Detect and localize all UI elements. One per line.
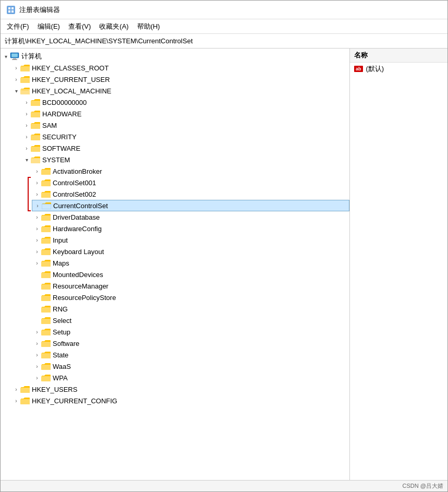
tree-row-hkcu[interactable]: › HKEY_CURRENT_USER [11,74,349,85]
expand-controlset002[interactable]: › [33,190,41,198]
folder-icon-resource-policy-store [41,294,51,301]
svg-rect-12 [31,101,40,106]
tree-row-wpa[interactable]: › WPA [32,372,349,383]
menu-file[interactable]: 文件(F) [3,21,33,32]
expand-hkcu[interactable]: › [12,75,20,83]
folder-icon-waas [41,363,51,370]
svg-rect-11 [20,89,30,94]
expand-driver-database[interactable]: › [33,213,41,221]
registry-editor-window: 注册表编辑器 文件(F) 编辑(E) 查看(V) 收藏夹(A) 帮助(H) 计算… [0,0,448,492]
breadcrumb: 计算机\HKEY_LOCAL_MACHINE\SYSTEM\CurrentCon… [1,34,447,49]
tree-row-system[interactable]: ▾ SYSTEM [21,154,349,165]
sam-label: SAM [42,122,57,129]
expand-bcd[interactable]: › [22,98,31,106]
folder-icon-software2 [41,340,51,347]
expand-hku[interactable]: › [12,385,20,393]
tree-row-rng[interactable]: RNG [32,303,349,315]
expand-software-root[interactable]: › [22,144,31,152]
tree-row-hku[interactable]: › HKEY_USERS [11,383,349,395]
expand-maps[interactable]: › [33,259,41,267]
menu-edit[interactable]: 编辑(E) [33,21,64,32]
folder-icon-keyboard-layout [41,248,51,255]
tree-row-hkcc[interactable]: › HKEY_CURRENT_CONFIG [11,395,349,406]
tree-pane[interactable]: ▾ 计算机 [1,49,350,480]
folder-icon-hklm [20,87,30,94]
folder-icon-rng [41,305,51,313]
svg-rect-19 [41,181,51,186]
right-pane-default-item[interactable]: ab (默认) [350,63,447,75]
hkcc-label: HKEY_CURRENT_CONFIG [32,397,117,405]
menu-favorites[interactable]: 收藏夹(A) [95,21,132,32]
expand-hklm[interactable]: ▾ [12,87,20,95]
tree-row-hklm[interactable]: ▾ HKEY_LOCAL_MACHINE [11,85,349,97]
main-content: ▾ 计算机 [1,49,447,480]
tree-row-resource-policy-store[interactable]: ResourcePolicyStore [32,292,349,303]
tree-row-state[interactable]: › State [32,349,349,361]
menu-view[interactable]: 查看(V) [64,21,95,32]
expand-hardware[interactable]: › [22,110,31,118]
tree-row-software-root[interactable]: › SOFTWARE [21,142,349,154]
folder-icon-resource-manager [41,282,51,290]
controlset001-label: ControlSet001 [53,179,96,187]
expand-wpa[interactable]: › [33,374,41,382]
svg-rect-31 [41,307,51,313]
tree-row-hkcr[interactable]: › HKEY_CLASSES_ROOT [11,62,349,74]
tree-row-driver-database[interactable]: › DriverDatabase [32,211,349,223]
tree-row-setup[interactable]: › Setup [32,326,349,338]
tree-row-sam[interactable]: › SAM [21,119,349,131]
svg-rect-33 [41,330,51,335]
expand-controlset001[interactable]: › [33,178,41,187]
tree-row-controlset001[interactable]: › ControlSet001 [32,177,349,188]
menu-help[interactable]: 帮助(H) [133,21,164,32]
folder-icon-hkcu [20,76,30,83]
expand-hardware-config[interactable]: › [33,224,41,233]
svg-rect-3 [8,10,10,13]
tree-row-keyboard-layout[interactable]: › Keyboard Layout [32,246,349,257]
expand-activation-broker[interactable]: › [33,167,41,175]
tree-row-bcd[interactable]: › BCD00000000 [21,97,349,108]
tree-row-hardware-config[interactable]: › HardwareConfig [32,223,349,234]
folder-icon-input [41,236,51,244]
expand-sam[interactable]: › [22,121,31,129]
tree-row-input[interactable]: › Input [32,234,349,246]
expand-waas[interactable]: › [33,362,41,370]
hardware-config-label: HardwareConfig [53,225,102,233]
expand-hkcc[interactable]: › [12,397,20,405]
hkcu-label: HKEY_CURRENT_USER [32,76,110,83]
tree-row-activation-broker[interactable]: › ActivationBroker [32,165,349,177]
tree-row-resource-manager[interactable]: ResourceManager [32,280,349,292]
folder-icon-wpa [41,374,51,381]
expand-currentcontrolset[interactable]: › [33,201,42,210]
folder-icon-system [31,156,40,163]
svg-rect-38 [20,388,30,393]
expand-hkcr[interactable]: › [12,64,20,72]
expand-system[interactable]: ▾ [22,155,31,164]
tree-row-hardware[interactable]: › HARDWARE [21,108,349,119]
expand-software2[interactable]: › [33,339,41,347]
svg-rect-27 [41,261,51,267]
expand-input[interactable]: › [33,236,41,244]
svg-rect-34 [41,342,51,347]
expand-setup[interactable]: › [33,328,41,336]
select-label: Select [53,317,71,325]
expand-security[interactable]: › [22,133,31,141]
svg-rect-30 [41,296,51,301]
folder-icon-currentcontrolset [42,202,51,209]
tree-row-mounted-devices[interactable]: MountedDevices [32,269,349,280]
svg-rect-36 [41,365,51,370]
svg-rect-20 [41,193,51,198]
computer-icon [10,52,19,61]
tree-root: ▾ 计算机 [1,49,349,409]
tree-row-computer[interactable]: ▾ 计算机 [1,51,349,62]
tree-row-maps[interactable]: › Maps [32,257,349,269]
tree-row-security[interactable]: › SECURITY [21,131,349,142]
expand-keyboard-layout[interactable]: › [33,247,41,256]
expand-state[interactable]: › [33,351,41,359]
tree-row-currentcontrolset[interactable]: › CurrentControlSet [32,200,349,211]
expand-computer[interactable]: ▾ [2,52,10,61]
tree-row-select[interactable]: Select [32,315,349,326]
folder-icon-software-root [31,145,40,152]
tree-row-waas[interactable]: › WaaS [32,361,349,372]
tree-row-software2[interactable]: › Software [32,338,349,349]
tree-row-controlset002[interactable]: › ControlSet002 [32,188,349,200]
